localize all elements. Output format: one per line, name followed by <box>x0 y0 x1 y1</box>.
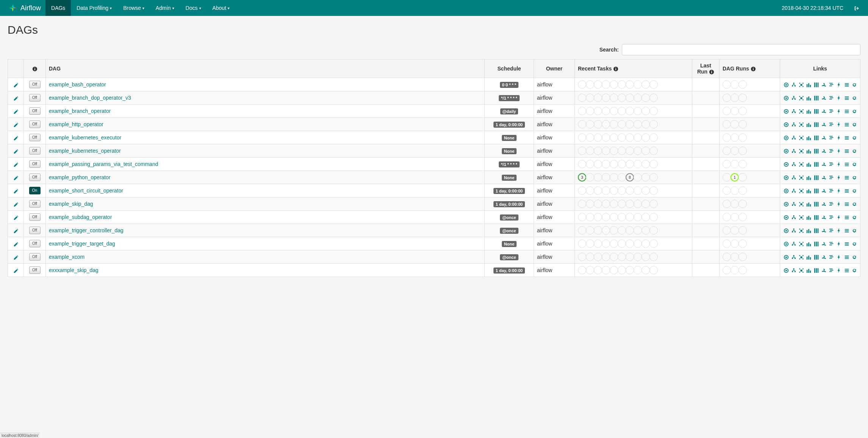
col-owner-header[interactable]: Owner <box>534 59 575 78</box>
tasks-icon[interactable] <box>806 254 812 260</box>
status-circle[interactable] <box>723 253 731 261</box>
code-icon[interactable] <box>844 95 849 101</box>
dag-toggle[interactable]: Off <box>29 160 41 168</box>
status-circle[interactable] <box>642 173 650 181</box>
status-circle[interactable] <box>618 94 626 102</box>
trigger-icon[interactable] <box>783 241 789 247</box>
landing-icon[interactable] <box>821 81 827 88</box>
status-circle[interactable] <box>594 173 602 181</box>
duration-icon[interactable] <box>813 95 819 101</box>
duration-icon[interactable] <box>813 148 819 154</box>
tree-icon[interactable] <box>791 188 796 194</box>
status-circle[interactable] <box>610 107 618 115</box>
duration-icon[interactable] <box>813 254 819 260</box>
code-icon[interactable] <box>844 267 849 273</box>
nav-admin[interactable]: Admin▾ <box>150 0 180 16</box>
status-circle[interactable] <box>738 80 747 89</box>
code-icon[interactable] <box>844 241 849 247</box>
duration-icon[interactable] <box>813 241 819 247</box>
gantt-icon[interactable] <box>829 148 834 154</box>
status-circle[interactable] <box>731 120 739 128</box>
code-icon[interactable] <box>844 201 849 207</box>
logout-icon[interactable] <box>851 5 862 11</box>
tree-icon[interactable] <box>791 227 796 233</box>
status-circle[interactable] <box>610 266 618 274</box>
duration-icon[interactable] <box>813 121 819 127</box>
trigger-icon[interactable] <box>783 135 789 141</box>
graph-icon[interactable] <box>798 174 804 180</box>
refresh-icon[interactable] <box>851 108 857 114</box>
status-circle[interactable] <box>642 147 650 155</box>
status-circle[interactable] <box>618 173 626 181</box>
status-circle[interactable] <box>586 133 594 142</box>
status-circle[interactable] <box>731 147 739 155</box>
trigger-icon[interactable] <box>783 227 789 233</box>
status-circle[interactable] <box>634 186 642 195</box>
schedule-badge[interactable]: 1 day, 0:00:00 <box>493 267 525 274</box>
graph-icon[interactable] <box>798 188 804 194</box>
status-circle[interactable] <box>610 147 618 155</box>
status-circle[interactable] <box>723 226 731 235</box>
status-circle[interactable] <box>731 133 739 142</box>
status-circle[interactable] <box>594 80 602 89</box>
status-circle[interactable] <box>634 239 642 248</box>
duration-icon[interactable] <box>813 135 819 141</box>
gantt-icon[interactable] <box>829 161 834 167</box>
status-circle[interactable] <box>618 253 626 261</box>
status-circle[interactable] <box>610 80 618 89</box>
status-circle[interactable] <box>634 160 642 168</box>
dag-toggle[interactable]: Off <box>29 147 41 155</box>
status-circle[interactable] <box>586 160 594 168</box>
status-circle[interactable] <box>634 80 642 89</box>
trigger-icon[interactable] <box>783 254 789 260</box>
landing-icon[interactable] <box>821 267 827 273</box>
status-circle[interactable] <box>610 186 618 195</box>
trigger-icon[interactable] <box>783 161 789 167</box>
status-circle[interactable] <box>642 186 650 195</box>
status-circle[interactable] <box>586 239 594 248</box>
tree-icon[interactable] <box>791 95 796 101</box>
logs-icon[interactable] <box>836 188 842 194</box>
status-circle[interactable] <box>618 186 626 195</box>
status-circle[interactable] <box>634 120 642 128</box>
status-circle[interactable] <box>602 266 610 274</box>
trigger-icon[interactable] <box>783 267 789 273</box>
status-circle[interactable] <box>610 226 618 235</box>
code-icon[interactable] <box>844 121 849 127</box>
edit-icon[interactable] <box>13 95 19 101</box>
schedule-badge[interactable]: */1 * * * * <box>499 161 520 167</box>
tasks-icon[interactable] <box>806 241 812 247</box>
schedule-badge[interactable]: 1 day, 0:00:00 <box>493 188 525 194</box>
status-circle[interactable] <box>723 200 731 208</box>
dag-link[interactable]: example_kubernetes_executor <box>49 135 121 141</box>
status-circle[interactable] <box>602 147 610 155</box>
logs-icon[interactable] <box>836 95 842 101</box>
logs-icon[interactable] <box>836 227 842 233</box>
trigger-icon[interactable] <box>783 174 789 180</box>
graph-icon[interactable] <box>798 201 804 207</box>
dag-link[interactable]: example_kubernetes_operator <box>49 148 121 154</box>
tasks-icon[interactable] <box>806 161 812 167</box>
trigger-icon[interactable] <box>783 81 789 88</box>
status-circle[interactable] <box>738 173 747 181</box>
dag-link[interactable]: example_python_operator <box>49 174 111 180</box>
tree-icon[interactable] <box>791 241 796 247</box>
gantt-icon[interactable] <box>829 121 834 127</box>
tasks-icon[interactable] <box>806 81 812 88</box>
status-circle[interactable] <box>649 107 658 115</box>
status-circle[interactable] <box>578 107 586 115</box>
status-circle[interactable] <box>586 80 594 89</box>
dag-toggle[interactable]: Off <box>29 240 41 247</box>
status-circle[interactable] <box>723 173 731 181</box>
gantt-icon[interactable] <box>829 254 834 260</box>
status-circle[interactable] <box>642 239 650 248</box>
status-circle[interactable] <box>610 173 618 181</box>
status-circle[interactable] <box>731 239 739 248</box>
dag-link[interactable]: example_branch_operator <box>49 108 111 114</box>
status-circle[interactable] <box>738 239 747 248</box>
status-circle[interactable] <box>738 133 747 142</box>
status-circle[interactable] <box>586 213 594 221</box>
refresh-icon[interactable] <box>851 188 857 194</box>
status-circle[interactable] <box>594 147 602 155</box>
status-circle[interactable] <box>594 160 602 168</box>
